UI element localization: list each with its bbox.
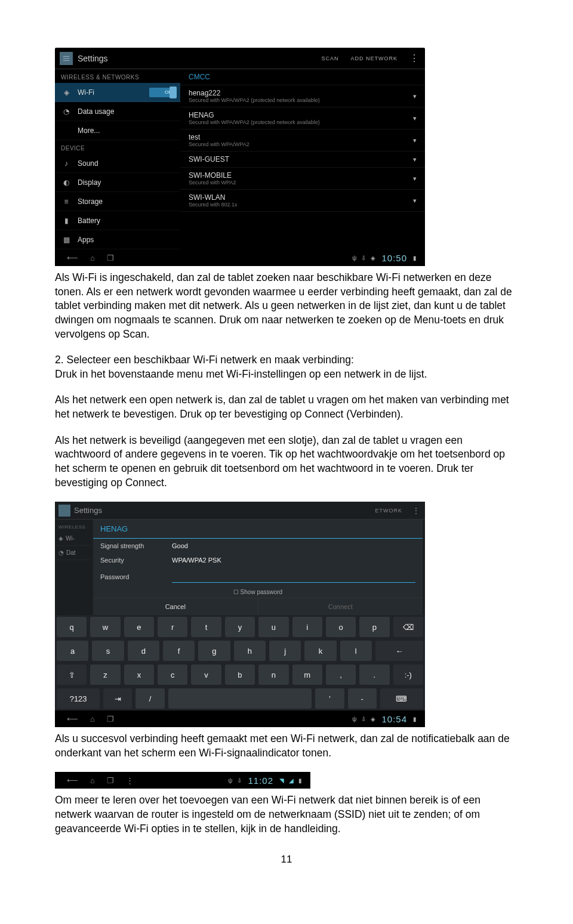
back-icon[interactable]: ⟵ <box>67 254 78 262</box>
keyboard-key[interactable]: . <box>359 665 389 685</box>
sidebar-item-wifi[interactable]: ◈ Wi-Fi ON <box>55 83 180 102</box>
data-usage-icon: ◔ <box>58 549 64 556</box>
wifi-signal-icon: ▾ <box>413 156 417 163</box>
keyboard-key[interactable]: z <box>90 665 120 685</box>
keyboard-key[interactable]: e <box>124 617 154 637</box>
settings-sidebar: WIRELESS & NETWORKS ◈ Wi-Fi ON ◔ Data us… <box>55 69 180 249</box>
keyboard-key[interactable]: t <box>191 617 221 637</box>
page-number: 11 <box>55 854 518 866</box>
home-icon[interactable]: ⌂ <box>90 776 95 785</box>
paragraph: Als Wi-Fi is ingeschakeld, dan zal de ta… <box>55 271 518 341</box>
back-icon[interactable]: ⟵ <box>67 776 78 785</box>
storage-icon: ≡ <box>61 197 72 206</box>
sidebar-item-battery[interactable]: ▮ Battery <box>55 211 180 230</box>
keyboard-key[interactable]: p <box>359 617 389 637</box>
keyboard-key[interactable]: o <box>326 617 356 637</box>
overflow-menu-icon[interactable]: ⋮ <box>407 506 425 515</box>
wifi-signal-icon: ▾ <box>413 197 417 205</box>
usb-icon: ψ <box>228 777 232 784</box>
home-icon[interactable]: ⌂ <box>90 715 95 724</box>
password-label: Password <box>100 573 172 580</box>
sidebar-item-display[interactable]: ◐ Display <box>55 173 180 192</box>
recent-icon[interactable]: ❐ <box>107 254 114 262</box>
network-item[interactable]: SWI-GUEST▾ <box>180 152 425 168</box>
keyboard-key[interactable]: m <box>292 665 322 685</box>
keyboard-key[interactable]: - <box>348 688 377 709</box>
clock: 10:50 <box>381 253 407 263</box>
keyboard-key[interactable]: ?123 <box>57 688 100 709</box>
keyboard-key[interactable]: i <box>292 617 322 637</box>
network-item[interactable]: HENAGSecured with WPA/WPA2 (protected ne… <box>180 107 425 129</box>
scan-button[interactable]: SCAN <box>315 55 344 61</box>
keyboard-key[interactable]: ⇧ <box>57 665 87 685</box>
keyboard-key[interactable]: g <box>198 641 230 661</box>
overflow-menu-icon[interactable]: ⋮ <box>403 52 425 64</box>
password-dialog-screenshot: Settings ETWORK ⋮ WIRELESS ◈Wi- ◔Dat HEN… <box>55 502 425 727</box>
on-screen-keyboard: qwertyuiop⌫ asdfghjkl← ⇧zxcvbnm,.:-) ?12… <box>55 615 425 710</box>
show-password-checkbox[interactable]: ☐ Show password <box>93 586 423 598</box>
sidebar-item-storage[interactable]: ≡ Storage <box>55 192 180 211</box>
settings-icon <box>58 505 70 517</box>
keyboard-key[interactable]: , <box>326 665 356 685</box>
sidebar-item-more[interactable]: More... <box>55 121 180 140</box>
recent-icon[interactable]: ❐ <box>107 715 114 724</box>
keyboard-key[interactable]: h <box>234 641 266 661</box>
navigation-bar: ⟵ ⌂ ❐ ψ ⇩ ◈ 10:50 ▮ <box>55 249 425 266</box>
sidebar-item-data-usage[interactable]: ◔ Data usage <box>55 102 180 121</box>
keyboard-key[interactable]: v <box>191 665 221 685</box>
keyboard-key[interactable]: :-) <box>393 665 423 685</box>
keyboard-key[interactable] <box>168 688 312 709</box>
connect-button[interactable]: Connect <box>258 598 423 615</box>
keyboard-key[interactable]: ⌫ <box>393 617 423 637</box>
battery-icon: ▮ <box>61 217 72 225</box>
keyboard-key[interactable]: u <box>258 617 288 637</box>
keyboard-key[interactable]: ' <box>315 688 344 709</box>
signal-strength-label: Signal strength <box>100 542 172 549</box>
keyboard-key[interactable]: a <box>57 641 88 661</box>
keyboard-key[interactable]: y <box>225 617 255 637</box>
network-item[interactable]: henag222Secured with WPA/WPA2 (protected… <box>180 85 425 107</box>
keyboard-key[interactable]: b <box>225 665 255 685</box>
wifi-icon: ◈ <box>61 88 72 97</box>
password-input[interactable] <box>172 571 415 583</box>
keyboard-key[interactable]: w <box>90 617 120 637</box>
sidebar-ghost: WIRELESS ◈Wi- ◔Dat <box>55 520 91 615</box>
keyboard-key[interactable]: ⇥ <box>103 688 132 709</box>
network-item[interactable]: testSecured with WPA/WPA2▾ <box>180 129 425 152</box>
keyboard-key[interactable]: s <box>92 641 124 661</box>
security-value: WPA/WPA2 PSK <box>172 557 221 564</box>
keyboard-key[interactable]: j <box>269 641 301 661</box>
keyboard-key[interactable]: l <box>340 641 372 661</box>
keyboard-key[interactable]: ⌨ <box>380 688 423 709</box>
overflow-menu-icon[interactable]: ⋮ <box>126 776 134 785</box>
cancel-button[interactable]: Cancel <box>93 598 258 615</box>
keyboard-key[interactable]: q <box>57 617 87 637</box>
keyboard-key[interactable]: x <box>124 665 154 685</box>
network-item[interactable]: SWI-MOBILESecured with WPA2▾ <box>180 168 425 190</box>
navigation-bar: ⟵ ⌂ ❐ ψ ⇩ ◈ 10:54 ▮ <box>55 710 425 727</box>
back-icon[interactable]: ⟵ <box>67 715 78 724</box>
network-item[interactable]: SWI-WLANSecured with 802.1x▾ <box>180 190 425 212</box>
keyboard-key[interactable]: ← <box>375 641 423 661</box>
network-list: CMCC henag222Secured with WPA/WPA2 (prot… <box>180 69 425 249</box>
keyboard-key[interactable]: n <box>258 665 288 685</box>
recent-icon[interactable]: ❐ <box>107 776 114 785</box>
keyboard-key[interactable]: c <box>158 665 187 685</box>
network-item[interactable]: CMCC <box>180 69 425 85</box>
titlebar: Settings SCAN ADD NETWORK ⋮ <box>55 48 425 69</box>
app-title: Settings <box>78 54 315 63</box>
keyboard-key[interactable]: / <box>135 688 164 709</box>
keyboard-key[interactable]: f <box>163 641 195 661</box>
sidebar-item-apps[interactable]: ▦ Apps <box>55 230 180 249</box>
sidebar-item-sound[interactable]: ♪ Sound <box>55 154 180 173</box>
home-icon[interactable]: ⌂ <box>90 254 95 262</box>
keyboard-key[interactable]: d <box>128 641 159 661</box>
signal-strength-value: Good <box>172 542 188 549</box>
wifi-toggle[interactable]: ON <box>149 88 174 97</box>
cell-signal-icon: ◢ <box>289 777 294 784</box>
add-network-button[interactable]: ADD NETWORK <box>345 55 404 61</box>
keyboard-key[interactable]: r <box>158 617 187 637</box>
add-network-button[interactable]: ETWORK <box>371 508 408 514</box>
keyboard-key[interactable]: k <box>304 641 336 661</box>
paragraph: Als u succesvol verbinding heeft gemaakt… <box>55 732 518 760</box>
